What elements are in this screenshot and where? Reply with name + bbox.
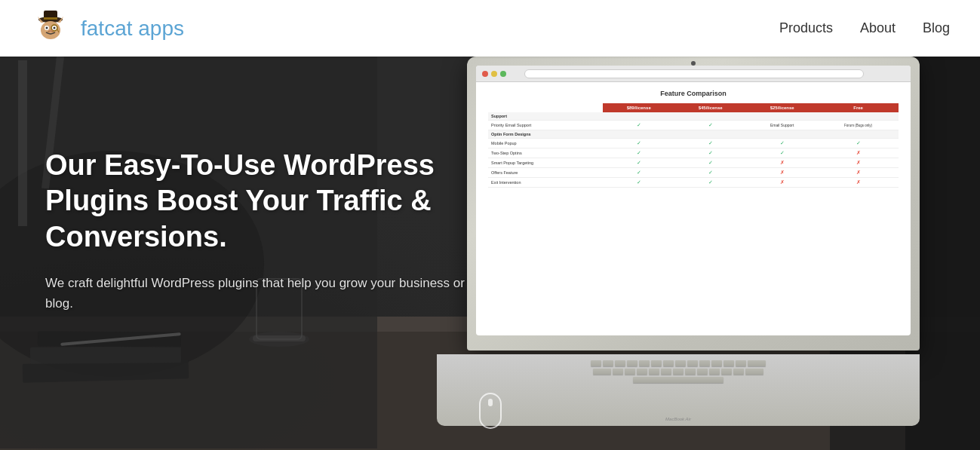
- main-nav: Products About Blog: [779, 20, 950, 36]
- logo[interactable]: fatcat apps: [30, 8, 184, 49]
- logo-icon: [30, 8, 72, 49]
- table-row: Optin Form Designs: [488, 130, 899, 139]
- url-bar: [524, 69, 864, 78]
- logo-text: fatcat apps: [81, 17, 184, 41]
- hero-subtext: We craft delightful WordPress plugins th…: [45, 273, 468, 314]
- cell-s4: Forum (Bugs only): [818, 121, 899, 130]
- header: fatcat apps Products About Blog: [0, 0, 980, 57]
- svg-point-9: [54, 27, 56, 29]
- hero-section: Our Easy-To-Use WordPress Plugins Boost …: [0, 0, 980, 450]
- table-header-price3: $25/license: [746, 103, 818, 112]
- table-row: Support: [488, 112, 899, 121]
- screen-content: Feature Comparison $89/license $45/licen…: [476, 66, 911, 335]
- table-header-price1: $89/license: [603, 103, 674, 112]
- table-row: Smart Popup Targeting ✓ ✓ ✗ ✗: [488, 158, 899, 168]
- scroll-indicator[interactable]: [479, 393, 502, 429]
- table-header-price4: Free: [818, 103, 899, 112]
- laptop-screen-bezel: Feature Comparison $89/license $45/licen…: [467, 57, 920, 351]
- screen-body: Feature Comparison $89/license $45/licen…: [476, 82, 911, 335]
- macbook-label: MacBook Air: [665, 417, 691, 421]
- table-row: Priority Email Support ✓ ✓ Email Support…: [488, 121, 899, 130]
- svg-point-12: [48, 30, 53, 32]
- browser-bar: [476, 66, 911, 82]
- laptop-screen: Feature Comparison $89/license $45/licen…: [476, 66, 911, 335]
- cell-s1: ✓: [603, 121, 674, 130]
- logo-accent-part: apps: [132, 17, 184, 40]
- table-row: Two-Step Optins ✓ ✓ ✓ ✗: [488, 148, 899, 158]
- nav-blog[interactable]: Blog: [923, 20, 950, 36]
- cell-s2: ✓: [674, 121, 746, 130]
- nav-about[interactable]: About: [860, 20, 896, 36]
- table-title: Feature Comparison: [488, 90, 899, 97]
- logo-name-part: fatcat: [81, 17, 132, 40]
- table-row: Mobile Popup ✓ ✓ ✓ ✓: [488, 139, 899, 148]
- webcam: [691, 61, 696, 66]
- hero-content: Our Easy-To-Use WordPress Plugins Boost …: [0, 57, 528, 450]
- scroll-dot: [488, 399, 493, 406]
- nav-products[interactable]: Products: [779, 20, 833, 36]
- table-header-price2: $45/license: [674, 103, 746, 112]
- feature-comparison-table: $89/license $45/license $25/license Free…: [488, 103, 899, 188]
- svg-rect-2: [44, 17, 57, 20]
- table-row: Offers Feature ✓ ✓ ✗ ✗: [488, 168, 899, 178]
- section-support: Support: [488, 112, 899, 121]
- table-row: Exit Intervention ✓ ✓ ✗ ✗: [488, 178, 899, 188]
- hero-headline: Our Easy-To-Use WordPress Plugins Boost …: [45, 148, 483, 256]
- svg-point-8: [46, 27, 48, 29]
- section-optins: Optin Form Designs: [488, 130, 899, 139]
- cell-s3: Email Support: [746, 121, 818, 130]
